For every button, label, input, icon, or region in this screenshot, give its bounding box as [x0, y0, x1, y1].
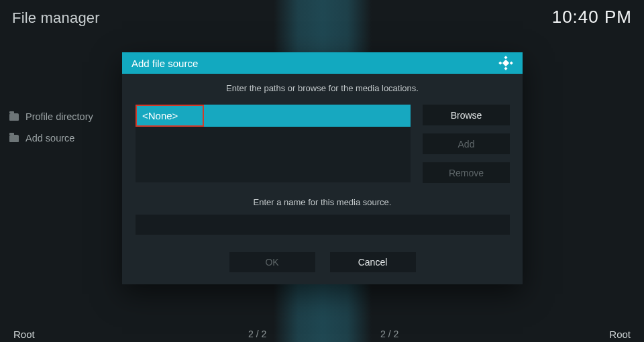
footer-left-counter: 2 / 2 — [248, 329, 266, 339]
browse-button[interactable]: Browse — [423, 105, 510, 125]
sidebar-item-add-source[interactable]: Add source — [8, 127, 121, 149]
dialog-bottom-buttons: OK Cancel — [122, 252, 523, 272]
dialog-name-instruction: Enter a name for this media source. — [122, 197, 523, 207]
path-row-selected-bg — [204, 105, 411, 127]
svg-rect-1 — [504, 67, 507, 70]
page-title: File manager — [12, 9, 100, 27]
path-entry-value: <None> — [142, 110, 178, 121]
svg-rect-0 — [504, 56, 507, 59]
source-name-input[interactable] — [136, 215, 510, 235]
dialog-side-buttons: Browse Add Remove — [423, 105, 510, 183]
folder-icon — [9, 113, 19, 121]
footer-right-counter: 2 / 2 — [380, 329, 398, 339]
footer-right-path: Root — [609, 329, 631, 340]
ok-button[interactable]: OK — [229, 252, 315, 272]
dialog-paths-instruction: Enter the paths or browse for the media … — [122, 83, 523, 93]
svg-rect-2 — [498, 61, 502, 64]
kodi-logo-icon — [498, 56, 513, 70]
dialog-titlebar: Add file source — [122, 52, 523, 74]
path-entry-selected[interactable]: <None> — [136, 105, 204, 127]
svg-rect-3 — [510, 61, 513, 64]
folder-icon — [9, 135, 19, 142]
dialog-title: Add file source — [131, 58, 198, 69]
sidebar-item-profile-directory[interactable]: Profile directory — [8, 106, 121, 127]
sidebar-item-label: Add source — [25, 133, 74, 144]
paths-list[interactable]: <None> — [136, 105, 411, 182]
add-file-source-dialog: Add file source Enter the paths or brows… — [122, 52, 523, 284]
footer-left-path: Root — [13, 329, 35, 340]
add-path-button[interactable]: Add — [423, 133, 510, 154]
cancel-button[interactable]: Cancel — [330, 252, 416, 272]
clock: 10:40 PM — [552, 7, 632, 27]
remove-path-button[interactable]: Remove — [423, 162, 510, 183]
sidebar-item-label: Profile directory — [25, 111, 93, 122]
sidebar: Profile directory Add source — [8, 106, 121, 149]
svg-rect-4 — [502, 60, 509, 66]
